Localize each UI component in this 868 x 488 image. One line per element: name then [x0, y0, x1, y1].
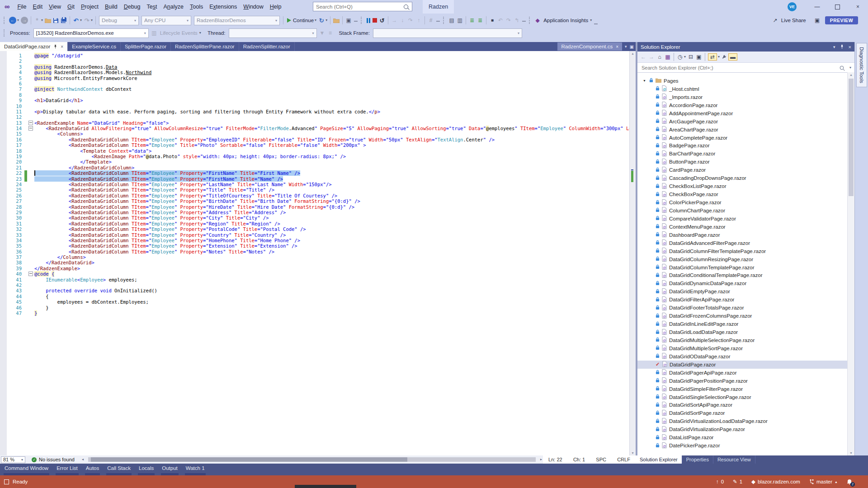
- code-line-33[interactable]: 33 <RadzenDataGridColumn TItem="Employee…: [7, 232, 629, 238]
- outlining-margin[interactable]: [27, 137, 34, 142]
- panel-tab-properties[interactable]: Properties: [682, 455, 713, 464]
- outlining-margin[interactable]: [27, 53, 34, 58]
- new-item-dropdown[interactable]: ▾: [41, 19, 43, 22]
- bottom-tab-command-window[interactable]: Command Window: [4, 464, 49, 475]
- outlining-margin[interactable]: [27, 254, 34, 260]
- live-share-button[interactable]: Live Share: [781, 18, 806, 23]
- show-next-statement-icon[interactable]: →: [391, 18, 397, 23]
- process-combo[interactable]: [13520] RadzenBlazorDemos.exe▾: [33, 28, 149, 38]
- outlining-margin[interactable]: [27, 81, 34, 86]
- tree-item-datagridvirtualizationpage-razor[interactable]: @DataGridVirtualizationPage.razor: [637, 425, 847, 433]
- code-line-38[interactable]: 38 </RadzenDataGrid>: [7, 260, 629, 265]
- user-avatar[interactable]: VE: [788, 2, 797, 11]
- step-out-icon[interactable]: ↑: [415, 18, 422, 23]
- outlining-margin[interactable]: [27, 170, 34, 176]
- tree-item-datagridinlineeditpage-razor[interactable]: @DataGridInLineEditPage.razor: [637, 320, 847, 328]
- save-all-icon[interactable]: [61, 17, 67, 23]
- tree-item-datagridloaddatapage-razor[interactable]: @DataGridLoadDataPage.razor: [637, 328, 847, 336]
- code-text[interactable]: <Template Context="data">: [34, 148, 151, 154]
- thread-combo[interactable]: ▾: [229, 28, 317, 38]
- restart-icon[interactable]: ↺: [379, 18, 385, 23]
- tree-item-datagridsortpage-razor[interactable]: @DataGridSortPage.razor: [637, 409, 847, 417]
- outlining-margin[interactable]: [27, 58, 34, 64]
- code-text[interactable]: <RadzenDataGridColumn TItem="Employee" P…: [34, 238, 300, 243]
- code-line-37[interactable]: 37 </Columns>: [7, 254, 629, 260]
- code-text[interactable]: <RadzenDataGrid AllowFiltering="true" Al…: [34, 126, 636, 131]
- save-icon[interactable]: [53, 18, 59, 23]
- close-tab-icon[interactable]: ×: [616, 44, 618, 49]
- tree-item-datagridcolumnfiltertemplatepage-razor[interactable]: @DataGridColumnFilterTemplatePage.razor: [637, 247, 847, 255]
- tree-item-contextmenupage-razor[interactable]: @ContextMenuPage.razor: [637, 223, 847, 231]
- code-text[interactable]: <RadzenDataGridColumn TItem="Employee" P…: [34, 204, 354, 210]
- repository-button[interactable]: ◆blazor.radzen.com: [751, 479, 800, 485]
- tab-radzencomponent[interactable]: RadzenComponent.cs ×: [557, 42, 622, 51]
- code-text[interactable]: @code {: [34, 271, 54, 277]
- code-line-46[interactable]: 46 }: [7, 305, 629, 310]
- menu-analyze[interactable]: Analyze: [160, 4, 187, 10]
- menu-debug[interactable]: Debug: [121, 4, 144, 10]
- menu-test[interactable]: Test: [144, 4, 160, 10]
- menu-help[interactable]: Help: [267, 4, 285, 10]
- tree-item-_imports-razor[interactable]: @_Imports.razor: [637, 93, 847, 101]
- collapse-region-icon[interactable]: [28, 126, 33, 131]
- outlining-margin[interactable]: [27, 204, 34, 210]
- code-line-11[interactable]: 11<p>Display tabular data with ease. Per…: [7, 109, 629, 114]
- solution-platform-combo[interactable]: Any CPU▾: [142, 16, 191, 25]
- code-text[interactable]: @using RadzenBlazorDemos.Models.Northwin…: [34, 70, 151, 75]
- code-line-39[interactable]: 39</RadzenExample>: [7, 266, 629, 271]
- tree-item-datagridcolumnresizingpage-razor[interactable]: @DataGridColumnResizingPage.razor: [637, 255, 847, 263]
- se-forward-icon[interactable]: →: [648, 54, 655, 60]
- code-line-22[interactable]: 22 <RadzenDataGridColumn TItem="Employee…: [7, 170, 629, 176]
- code-line-28[interactable]: 28 <RadzenDataGridColumn TItem="Employee…: [7, 204, 629, 210]
- code-text[interactable]: <RadzenDataGridColumn TItem="Employee" P…: [34, 249, 274, 254]
- solution-search-input[interactable]: [641, 65, 840, 71]
- outlining-margin[interactable]: [27, 109, 34, 114]
- tree-item-autocompletepage-razor[interactable]: @AutoCompletePage.razor: [637, 134, 847, 142]
- tab-datagridpage-razor[interactable]: DataGridPage.razor×: [0, 42, 68, 51]
- outlining-margin[interactable]: [27, 277, 34, 282]
- tab-radzensplitter-razor[interactable]: RadzenSplitter.razor: [239, 42, 295, 51]
- code-text[interactable]: </RadzenDataGrid>: [34, 260, 94, 265]
- outlining-margin[interactable]: [27, 64, 34, 70]
- se-home-icon[interactable]: ⌂: [656, 54, 663, 60]
- nav-forward-disabled-icon[interactable]: ↷: [505, 18, 512, 23]
- code-text[interactable]: @inject NorthwindContext dbContext: [34, 86, 132, 92]
- undo-dropdown[interactable]: ▾: [80, 19, 82, 22]
- code-text[interactable]: }: [34, 310, 37, 316]
- code-text[interactable]: <h1>DataGrid</h1>: [34, 98, 83, 103]
- code-line-30[interactable]: 30 <RadzenDataGridColumn TItem="Employee…: [7, 215, 629, 221]
- tree-item-datagridadvancedfilterpage-razor[interactable]: @DataGridAdvancedFilterPage.razor: [637, 239, 847, 247]
- solution-explorer-header[interactable]: Solution Explorer ▾ ×: [637, 42, 854, 52]
- tree-item-datagridodatapage-razor[interactable]: @DataGridODataPage.razor: [637, 352, 847, 361]
- stop-debugging-icon[interactable]: [373, 18, 377, 23]
- code-line-13[interactable]: 13<RadzenExample Name="DataGrid" Heading…: [7, 120, 629, 126]
- square-icon[interactable]: ■: [489, 18, 495, 23]
- outlining-margin[interactable]: [27, 114, 34, 120]
- tree-item-datagridmultipleselectionpage-razor[interactable]: @DataGridMultipleSelectionPage.razor: [637, 336, 847, 344]
- code-line-26[interactable]: 26 <RadzenDataGridColumn TItem="Employee…: [7, 193, 629, 198]
- code-line-12[interactable]: 12: [7, 114, 629, 120]
- unsaved-edits-button[interactable]: ✎1: [733, 479, 742, 485]
- tab-radzensplitterpane-razor[interactable]: RadzenSplitterPane.razor: [171, 42, 239, 51]
- code-text[interactable]: </RadzenExample>: [34, 266, 80, 271]
- editor-horizontal-scrollbar[interactable]: ◂ ▸: [82, 455, 543, 464]
- hex-display-icon[interactable]: #: [428, 18, 434, 23]
- tree-item-comparevalidatorpage-razor[interactable]: @CompareValidatorPage.razor: [637, 215, 847, 223]
- tree-item-datagriddynamicdatapage-razor[interactable]: @DataGridDynamicDataPage.razor: [637, 279, 847, 287]
- menu-extensions[interactable]: Extensions: [206, 4, 240, 10]
- navigate-backward-icon[interactable]: ←: [9, 17, 16, 24]
- notifications-button[interactable]: 2: [847, 479, 852, 485]
- expander-icon[interactable]: ▼: [643, 79, 647, 82]
- outlining-margin[interactable]: [27, 198, 34, 204]
- se-properties-icon[interactable]: [722, 55, 726, 60]
- outlining-margin[interactable]: [27, 266, 34, 271]
- tree-item-colorpickerpage-razor[interactable]: @ColorPickerPage.razor: [637, 198, 847, 206]
- code-text[interactable]: <RadzenDataGridColumn TItem="Employee" P…: [34, 232, 286, 238]
- open-file-icon[interactable]: [45, 18, 51, 23]
- outlining-margin[interactable]: [27, 288, 34, 293]
- code-line-42[interactable]: 42: [7, 282, 629, 288]
- application-insights-dropdown[interactable]: ▾: [590, 19, 592, 22]
- tab-splitterpage-razor[interactable]: SplitterPage.razor: [121, 42, 171, 51]
- code-line-6[interactable]: 6: [7, 81, 629, 86]
- se-sync-with-active-document-icon[interactable]: ⇄: [708, 53, 717, 61]
